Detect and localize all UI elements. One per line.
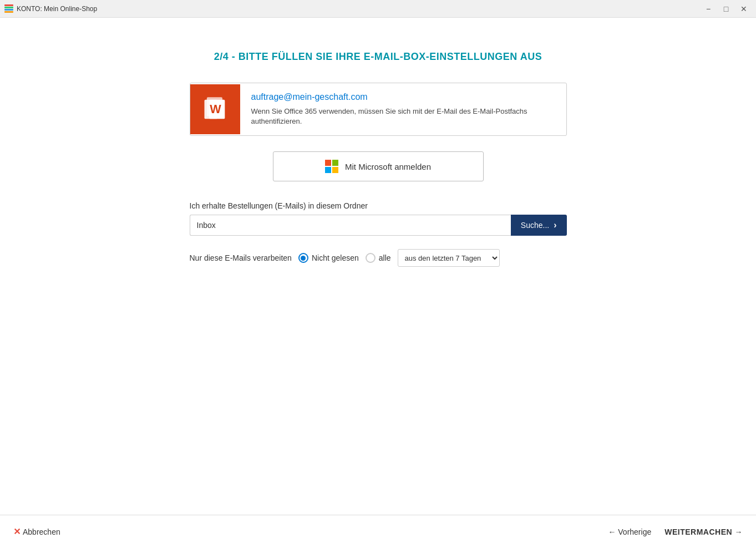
cancel-label: Abbrechen <box>23 527 60 536</box>
radio-nicht-gelesen-circle <box>298 253 308 263</box>
title-bar: KONTO: Mein Online-Shop − □ ✕ <box>0 0 756 18</box>
previous-button[interactable]: ← Vorherige <box>608 527 651 536</box>
close-button[interactable]: ✕ <box>736 3 752 14</box>
folder-input[interactable] <box>190 215 511 236</box>
radio-alle-label: alle <box>379 253 391 262</box>
cancel-x-icon: ✕ <box>13 526 21 537</box>
search-btn-label: Suche... <box>521 221 549 230</box>
filter-label: Nur diese E-Mails verarbeiten <box>190 253 292 262</box>
microsoft-signin-button[interactable]: Mit Microsoft anmelden <box>273 151 484 181</box>
footer: ✕ Abbrechen ← Vorherige WEITERMACHEN → <box>0 515 756 548</box>
maximize-button[interactable]: □ <box>718 3 734 14</box>
radio-alle[interactable]: alle <box>366 253 391 263</box>
folder-section-label: Ich erhalte Bestellungen (E-Mails) in di… <box>190 201 567 210</box>
account-description: Wenn Sie Office 365 verwenden, müssen Si… <box>251 106 555 126</box>
radio-alle-circle <box>366 253 376 263</box>
title-bar-left: KONTO: Mein Online-Shop <box>4 4 97 13</box>
radio-nicht-gelesen-label: Nicht gelesen <box>312 253 359 262</box>
filter-row: Nur diese E-Mails verarbeiten Nicht gele… <box>190 249 567 267</box>
footer-left: ✕ Abbrechen <box>13 526 60 537</box>
folder-input-row: Suche... › <box>190 215 567 236</box>
account-email: auftrage@mein-geschaft.com <box>251 92 555 102</box>
main-content: 2/4 - BITTE FÜLLEN SIE IHRE E-MAIL-BOX-E… <box>0 18 756 548</box>
ms-signin-label: Mit Microsoft anmelden <box>345 162 431 171</box>
window-title: KONTO: Mein Online-Shop <box>17 5 97 13</box>
account-info: auftrage@mein-geschaft.com Wenn Sie Offi… <box>240 83 566 135</box>
chevron-right-icon: › <box>554 220 556 230</box>
footer-right: ← Vorherige WEITERMACHEN → <box>608 527 743 536</box>
folder-section: Ich erhalte Bestellungen (E-Mails) in di… <box>190 201 567 267</box>
search-button[interactable]: Suche... › <box>511 215 567 236</box>
microsoft-logo-icon <box>325 160 338 173</box>
account-card: W auftrage@mein-geschaft.com Wenn Sie Of… <box>190 83 567 136</box>
office-icon-bg: W <box>190 84 240 134</box>
minimize-button[interactable]: − <box>701 3 716 14</box>
step-heading: 2/4 - BITTE FÜLLEN SIE IHRE E-MAIL-BOX-E… <box>214 51 542 63</box>
time-range-dropdown[interactable]: aus den letzten 7 Tagen aus den letzten … <box>398 249 500 267</box>
svg-text:W: W <box>210 102 221 116</box>
office-logo-icon: W <box>201 95 230 124</box>
next-button[interactable]: WEITERMACHEN → <box>664 527 743 536</box>
app-icon <box>4 4 13 13</box>
window-controls: − □ ✕ <box>701 3 752 14</box>
cancel-button[interactable]: ✕ Abbrechen <box>13 526 60 537</box>
radio-nicht-gelesen[interactable]: Nicht gelesen <box>298 253 359 263</box>
